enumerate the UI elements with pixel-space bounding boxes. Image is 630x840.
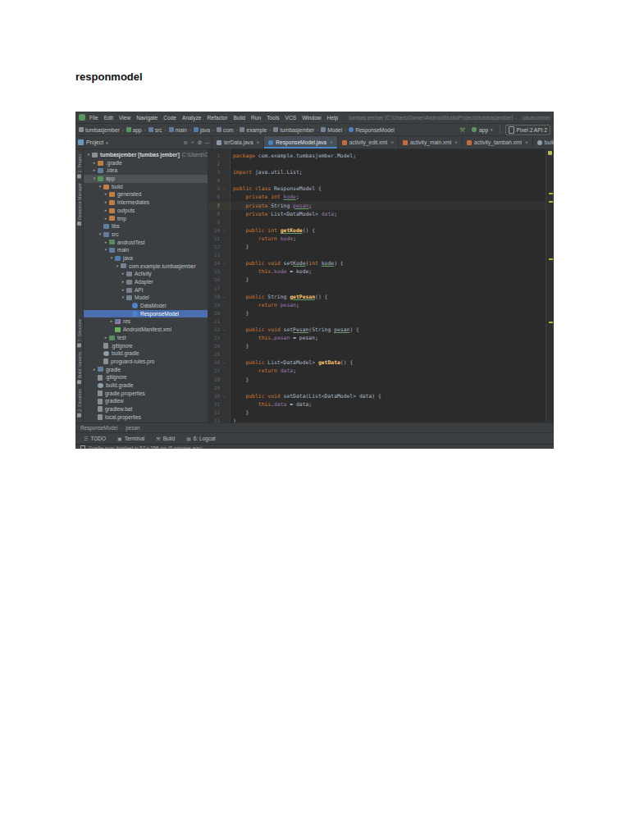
code-line[interactable] <box>231 317 546 326</box>
code-line[interactable] <box>231 176 546 185</box>
tree-row-gradle-properties[interactable]: gradle.properties <box>84 390 208 398</box>
chevron-right-icon[interactable]: ▸ <box>103 239 108 247</box>
tree-row-outputs[interactable]: ▸outputs <box>84 207 208 215</box>
tool-window-button-terminal[interactable]: ▣Terminal <box>117 436 144 441</box>
tool-strip-button-7-structure[interactable]: 7: Structure <box>77 319 82 347</box>
code-line[interactable]: return kode; <box>231 235 546 243</box>
breadcrumb-item-pesan[interactable]: pesan <box>126 425 139 431</box>
tree-row-tmp[interactable]: ▸tmp <box>84 215 208 223</box>
tree-row-api[interactable]: ▸API <box>84 286 208 294</box>
close-icon[interactable]: × <box>257 139 260 145</box>
editor-gutter[interactable]: 12345−678910−11121314−15161718−19202122−… <box>208 149 231 422</box>
close-icon[interactable]: × <box>525 139 528 145</box>
code-line[interactable]: private String pesan; <box>231 202 546 210</box>
chevron-right-icon[interactable]: ▸ <box>103 334 108 342</box>
tree-row-model[interactable]: ▾Model <box>84 294 208 302</box>
inspection-status-icon[interactable] <box>548 151 552 155</box>
tree-row-java[interactable]: ▾java <box>84 254 208 262</box>
code-line[interactable]: import java.util.List; <box>231 168 546 176</box>
tree-row-gradle[interactable]: ▸gradle <box>84 366 208 374</box>
tree-row-gradlew-bat[interactable]: gradlew.bat <box>84 405 208 413</box>
fold-icon[interactable]: − <box>220 259 228 267</box>
chevron-down-icon[interactable]: ▾ <box>92 175 97 183</box>
collapse-all-icon[interactable]: ÷ <box>191 139 194 145</box>
chevron-right-icon[interactable]: ▸ <box>103 199 108 207</box>
tree-row--gradle[interactable]: ▸.gradle <box>84 159 208 167</box>
tree-row-gradlew[interactable]: gradlew <box>84 397 208 405</box>
chevron-right-icon[interactable]: ▸ <box>121 286 126 294</box>
tab-activity-tambah-xml[interactable]: activity_tambah.xml× <box>463 136 533 148</box>
nav-crumb-app[interactable]: app <box>126 127 142 133</box>
chevron-right-icon[interactable]: ▸ <box>121 270 126 278</box>
code-line[interactable]: } <box>231 376 546 384</box>
tree-row-app[interactable]: ▾app <box>84 175 208 183</box>
nav-crumb-java[interactable]: java <box>194 127 210 133</box>
settings-icon[interactable]: ⚙ <box>198 139 203 146</box>
tree-row-com-example-tumbasjember[interactable]: ▾com.example.tumbasjember <box>84 262 208 271</box>
close-icon[interactable]: × <box>390 139 394 145</box>
code-line[interactable]: private int kode; <box>231 193 546 201</box>
tree-row--gitignore[interactable]: .gitignore <box>84 373 208 381</box>
nav-crumb-com[interactable]: com <box>217 127 233 133</box>
code-line[interactable]: public void setData(List<DataModel> data… <box>231 392 546 400</box>
close-icon[interactable]: × <box>330 139 333 145</box>
tree-row-tumbasjember-tumbas-jember-[interactable]: ▾tumbasjember [tumbas jember] C:\Users\O… <box>84 151 208 159</box>
tree-row-local-properties[interactable]: local.properties <box>84 413 208 422</box>
tool-strip-button-build-variants[interactable]: Build Variants <box>77 352 82 384</box>
tab-responsemodel-java[interactable]: ResponseModel.java× <box>264 136 337 148</box>
chevron-right-icon[interactable]: ▸ <box>92 159 97 167</box>
code-line[interactable]: public List<DataModel> getData() { <box>231 358 546 367</box>
nav-crumb-example[interactable]: example <box>240 127 267 133</box>
code-line[interactable] <box>231 218 546 226</box>
tree-row-res[interactable]: ▸res <box>84 317 208 326</box>
code-line[interactable] <box>231 350 546 358</box>
tool-window-button-todo[interactable]: ☰TODO <box>84 436 106 441</box>
code-line[interactable]: } <box>231 276 546 284</box>
chevron-right-icon[interactable]: ▸ <box>109 317 114 326</box>
error-stripe[interactable] <box>546 149 554 422</box>
nav-crumb-main[interactable]: main <box>169 127 187 133</box>
tree-row-intermediates[interactable]: ▸intermediates <box>84 199 208 207</box>
tree-row-adapter[interactable]: ▸Adapter <box>84 278 208 286</box>
code-line[interactable]: return data; <box>231 367 546 375</box>
tree-row-src[interactable]: ▾src <box>84 231 208 239</box>
chevron-down-icon[interactable]: ▾ <box>103 246 108 254</box>
fold-icon[interactable]: − <box>220 185 228 193</box>
locate-icon[interactable]: ⊙ <box>184 139 188 146</box>
code-line[interactable]: } <box>231 243 546 251</box>
code-line[interactable]: } <box>231 342 546 350</box>
code-line[interactable]: public void setKode(int kode) { <box>231 259 546 267</box>
tool-window-button-6-logcat[interactable]: ▤6: Logcat <box>186 436 215 441</box>
close-icon[interactable]: × <box>454 139 458 145</box>
code-line[interactable]: private List<DataModel> data; <box>231 210 546 218</box>
chevron-down-icon[interactable]: ▾ <box>98 183 103 191</box>
code-line[interactable] <box>231 384 546 392</box>
tree-row-activity[interactable]: ▸Activity <box>84 270 208 278</box>
device-selector[interactable]: Pixel 2 API 2 <box>505 125 550 135</box>
menu-item-analyze[interactable]: Analyze <box>182 115 201 121</box>
code-area[interactable]: package com.example.tumbasjember.Model;i… <box>231 149 546 422</box>
tree-row--idea[interactable]: ▸.idea <box>84 167 208 175</box>
menu-item-refactor[interactable]: Refactor <box>207 115 227 121</box>
menu-item-file[interactable]: File <box>89 115 98 121</box>
tree-row-libs[interactable]: libs <box>84 222 208 231</box>
tool-strip-button-resource-manager[interactable]: Resource Manager <box>77 183 82 226</box>
fold-icon[interactable]: − <box>220 392 228 400</box>
code-line[interactable]: public int getKode() { <box>231 226 546 235</box>
nav-crumb-model[interactable]: Model <box>321 127 342 133</box>
chevron-down-icon[interactable]: ▾ <box>106 140 108 145</box>
code-line[interactable]: public void setPesan(String pesan) { <box>231 326 546 334</box>
tab-build-gradle-ap[interactable]: build.gradle (ap <box>533 136 554 148</box>
tree-row-build[interactable]: ▾build <box>84 183 208 191</box>
chevron-down-icon[interactable]: ▾ <box>98 231 103 239</box>
chevron-down-icon[interactable]: ▾ <box>86 151 91 159</box>
menu-item-edit[interactable]: Edit <box>104 115 113 121</box>
fold-icon[interactable]: − <box>220 358 228 367</box>
tree-row-main[interactable]: ▾main <box>84 246 208 254</box>
menu-item-window[interactable]: Window <box>302 115 321 121</box>
hide-panel-icon[interactable]: ─ <box>205 139 209 145</box>
warning-stripe-mark[interactable] <box>549 193 553 194</box>
menu-item-view[interactable]: View <box>119 115 130 121</box>
tree-row-test[interactable]: ▸test <box>84 334 208 342</box>
menu-item-vcs[interactable]: VCS <box>285 115 297 121</box>
